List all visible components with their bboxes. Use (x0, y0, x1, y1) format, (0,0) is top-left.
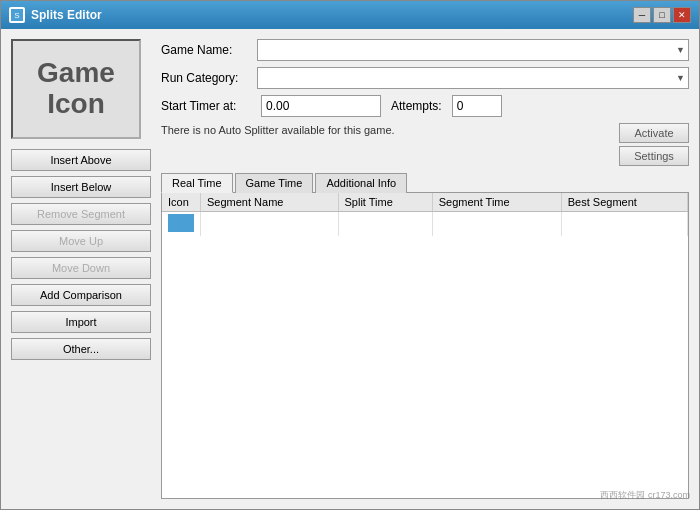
game-name-select[interactable] (257, 39, 689, 61)
move-down-button[interactable]: Move Down (11, 257, 151, 279)
table-row (162, 212, 688, 237)
run-category-row: Run Category: (161, 67, 689, 89)
attempts-label: Attempts: (391, 99, 442, 113)
row-segment-name[interactable] (201, 212, 339, 237)
auto-splitter-buttons: Activate Settings (619, 123, 689, 166)
row-icon-cell[interactable] (162, 212, 201, 237)
close-button[interactable]: ✕ (673, 7, 691, 23)
col-icon: Icon (162, 193, 201, 212)
attempts-input[interactable] (452, 95, 502, 117)
col-segment-name: Segment Name (201, 193, 339, 212)
right-panel: Game Name: Run Category: (161, 39, 689, 499)
table-container: Icon Segment Name Split Time Segment Tim… (161, 193, 689, 499)
col-best-segment: Best Segment (561, 193, 687, 212)
splits-table: Icon Segment Name Split Time Segment Tim… (162, 193, 688, 236)
run-category-select[interactable] (257, 67, 689, 89)
row-icon-placeholder (168, 214, 194, 232)
game-icon-line2: Icon (37, 89, 115, 120)
svg-text:S: S (14, 11, 19, 20)
col-segment-time: Segment Time (432, 193, 561, 212)
title-bar: S Splits Editor ─ □ ✕ (1, 1, 699, 29)
timer-row: Start Timer at: Attempts: (161, 95, 689, 117)
game-name-label: Game Name: (161, 43, 251, 57)
import-button[interactable]: Import (11, 311, 151, 333)
game-icon-display: Game Icon (37, 58, 115, 120)
col-split-time: Split Time (338, 193, 432, 212)
app-icon: S (9, 7, 25, 23)
tab-headers: Real Time Game Time Additional Info (161, 172, 689, 193)
game-icon-line1: Game (37, 58, 115, 89)
run-category-label: Run Category: (161, 71, 251, 85)
tab-additional-info[interactable]: Additional Info (315, 173, 407, 193)
run-category-dropdown-wrapper[interactable] (257, 67, 689, 89)
start-timer-label: Start Timer at: (161, 99, 251, 113)
tabs-container: Real Time Game Time Additional Info Icon… (161, 172, 689, 499)
window-controls: ─ □ ✕ (633, 7, 691, 23)
watermark: 西西软件园 cr173.com (600, 489, 690, 502)
settings-button[interactable]: Settings (619, 146, 689, 166)
tab-real-time[interactable]: Real Time (161, 173, 233, 193)
maximize-button[interactable]: □ (653, 7, 671, 23)
minimize-button[interactable]: ─ (633, 7, 651, 23)
remove-segment-button[interactable]: Remove Segment (11, 203, 151, 225)
table-header-row: Icon Segment Name Split Time Segment Tim… (162, 193, 688, 212)
auto-splitter-row: There is no Auto Splitter available for … (161, 123, 689, 166)
start-timer-input[interactable] (261, 95, 381, 117)
add-comparison-button[interactable]: Add Comparison (11, 284, 151, 306)
move-up-button[interactable]: Move Up (11, 230, 151, 252)
window-title: Splits Editor (31, 8, 102, 22)
row-segment-time[interactable] (432, 212, 561, 237)
game-icon-box[interactable]: Game Icon (11, 39, 141, 139)
left-panel: Game Icon Insert Above Insert Below Remo… (11, 39, 151, 499)
insert-above-button[interactable]: Insert Above (11, 149, 151, 171)
row-best-segment[interactable] (561, 212, 687, 237)
game-name-dropdown-wrapper[interactable] (257, 39, 689, 61)
other-button[interactable]: Other... (11, 338, 151, 360)
insert-below-button[interactable]: Insert Below (11, 176, 151, 198)
auto-splitter-message: There is no Auto Splitter available for … (161, 123, 609, 138)
game-name-row: Game Name: (161, 39, 689, 61)
tab-game-time[interactable]: Game Time (235, 173, 314, 193)
activate-button[interactable]: Activate (619, 123, 689, 143)
row-split-time[interactable] (338, 212, 432, 237)
